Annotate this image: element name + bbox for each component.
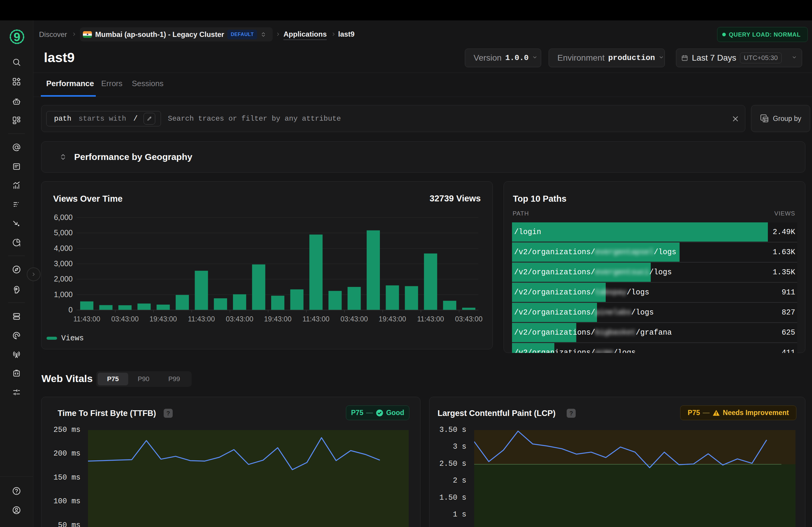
svg-text:0: 0 <box>69 305 73 314</box>
svg-text:11:43:00: 11:43:00 <box>302 315 330 323</box>
svg-text:19:43:00: 19:43:00 <box>149 315 177 323</box>
svg-text:11:43:00: 11:43:00 <box>188 315 215 323</box>
svg-text:11:43:00: 11:43:00 <box>417 315 444 323</box>
svg-text:03:43:00: 03:43:00 <box>226 315 253 323</box>
svg-text:9: 9 <box>14 30 20 44</box>
svg-text:6,000: 6,000 <box>54 213 73 222</box>
svg-text:1,000: 1,000 <box>54 290 73 299</box>
svg-text:03:43:00: 03:43:00 <box>340 315 368 323</box>
svg-text:19:43:00: 19:43:00 <box>379 315 406 323</box>
svg-text:2,000: 2,000 <box>54 275 73 283</box>
svg-text:19:43:00: 19:43:00 <box>264 315 291 323</box>
svg-text:4,000: 4,000 <box>54 244 73 252</box>
svg-text:03:43:00: 03:43:00 <box>455 315 482 323</box>
svg-text:03:43:00: 03:43:00 <box>111 315 139 323</box>
svg-text:3,000: 3,000 <box>54 259 73 268</box>
svg-text:11:43:00: 11:43:00 <box>73 315 100 323</box>
svg-text:5,000: 5,000 <box>54 228 73 237</box>
